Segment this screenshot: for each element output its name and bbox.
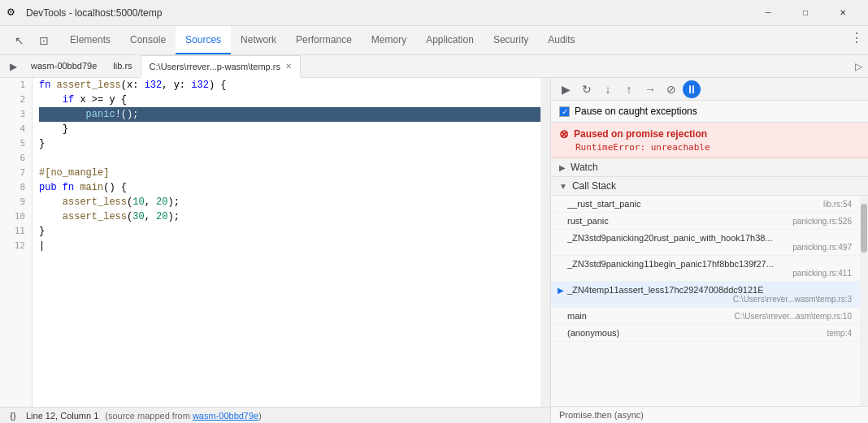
code-line-1: fn assert_less(x: i32, y: i32) {: [39, 78, 540, 93]
pause-exceptions-label: Pause on caught exceptions: [575, 106, 697, 117]
code-line-9: assert_less(10, 20);: [39, 195, 540, 209]
source-tab-temprs-label: C:\Users\rrever...p-wasm\temp.rs: [150, 62, 280, 71]
line-num-5: 5: [0, 136, 32, 151]
stack-item-2-name: _ZN3std9panicking20rust_panic_with_hook1…: [567, 233, 773, 243]
close-button[interactable]: ✕: [824, 0, 861, 26]
stack-item-3-name: _ZN3std9panicking11begin_panic17hf8bbc13…: [567, 259, 774, 269]
code-line-2: if x >= y {: [39, 93, 540, 107]
error-banner: ⊗ Paused on promise rejection RuntimeErr…: [551, 123, 868, 158]
line-num-1: 1: [0, 78, 32, 93]
code-line-10: assert_less(30, 20);: [39, 209, 540, 224]
tab-audits[interactable]: Audits: [538, 26, 584, 54]
step-button[interactable]: →: [640, 80, 660, 98]
right-scroll-thumb[interactable]: [861, 204, 867, 253]
stack-item-5[interactable]: main C:\Users\rrever...asm\temp.rs:10: [551, 308, 860, 325]
line-num-4: 4: [0, 122, 32, 136]
stack-item-5-name: main: [567, 311, 587, 321]
tab-elements[interactable]: Elements: [60, 26, 120, 54]
main-area: 1 2 3 4 5 6 7 8 9 10 11 12 fn assert_les…: [0, 78, 868, 423]
code-lines[interactable]: fn assert_less(x: i32, y: i32) { if x >=…: [33, 78, 540, 407]
line-num-11: 11: [0, 224, 32, 239]
stack-item-3[interactable]: _ZN3std9panicking11begin_panic17hf8bbc13…: [551, 256, 860, 282]
error-title-row: ⊗ Paused on promise rejection: [559, 127, 860, 140]
code-editor[interactable]: 1 2 3 4 5 6 7 8 9 10 11 12 fn assert_les…: [0, 78, 550, 407]
promise-label: Promise.then (async): [559, 410, 644, 420]
source-tab-librs[interactable]: lib.rs: [105, 55, 140, 77]
code-line-4: }: [39, 122, 540, 136]
callstack-section-header[interactable]: ▼ Call Stack: [551, 177, 868, 196]
line-num-8: 8: [0, 180, 32, 195]
source-mapped-text: (source mapped from wasm-00bbd79e): [105, 411, 262, 421]
tab-sources[interactable]: Sources: [176, 26, 231, 54]
right-panel: ▶ ↻ ↓ ↑ → ⊘ ⏸ ✓ Pause on caught exceptio…: [551, 78, 868, 423]
pause-exceptions-row: ✓ Pause on caught exceptions: [551, 101, 868, 123]
tab-memory[interactable]: Memory: [362, 26, 416, 54]
stack-item-1-loc: panicking.rs:526: [792, 217, 852, 226]
tab-application[interactable]: Application: [416, 26, 484, 54]
pause-button[interactable]: ⏸: [683, 80, 701, 98]
tab-icons: ↖ ⊡: [3, 26, 60, 54]
stack-item-4[interactable]: ▶ _ZN4temp11assert_less17hc29247008ddc91…: [551, 282, 860, 308]
stack-item-6-loc: temp:4: [827, 329, 852, 338]
error-icon: ⊗: [559, 127, 569, 140]
sources-tabbar: ▶ wasm-00bbd79e lib.rs C:\Users\rrever..…: [0, 55, 868, 78]
sources-forward-icon[interactable]: ▷: [848, 55, 868, 77]
stack-item-6-name: (anonymous): [567, 328, 619, 338]
source-tab-close-icon[interactable]: ✕: [285, 62, 292, 71]
source-tab-temprs[interactable]: C:\Users\rrever...p-wasm\temp.rs ✕: [141, 55, 301, 78]
pause-exceptions-checkbox[interactable]: ✓: [559, 106, 570, 117]
code-line-11: }: [39, 224, 540, 239]
code-editor-area: 1 2 3 4 5 6 7 8 9 10 11 12 fn assert_les…: [0, 78, 551, 423]
more-tools-menu[interactable]: ⋮: [845, 26, 868, 49]
titlebar: ⚙ DevTools - localhost:5000/temp ─ □ ✕: [0, 0, 868, 26]
stack-item-6[interactable]: (anonymous) temp:4: [551, 325, 860, 342]
source-link[interactable]: wasm-00bbd79e: [193, 411, 258, 421]
tab-network[interactable]: Network: [231, 26, 286, 54]
minimize-button[interactable]: ─: [749, 0, 787, 26]
line-num-2: 2: [0, 93, 32, 107]
callstack-section-title: Call Stack: [572, 180, 616, 192]
stack-item-4-name: _ZN4temp11assert_less17hc29247008ddc9121…: [567, 285, 764, 295]
tab-security[interactable]: Security: [484, 26, 538, 54]
code-line-5: }: [39, 136, 540, 151]
debugger-content: ✓ Pause on caught exceptions ⊗ Paused on…: [551, 101, 868, 423]
right-panel-scrollbar[interactable]: [860, 196, 868, 406]
code-line-8: pub fn main() {: [39, 180, 540, 195]
status-bar: {} Line 12, Column 1 (source mapped from…: [0, 407, 550, 423]
format-icon[interactable]: {}: [7, 409, 20, 422]
source-tab-wasm[interactable]: wasm-00bbd79e: [23, 55, 105, 77]
code-line-7: #[no_mangle]: [39, 166, 540, 180]
watch-arrow-icon: ▶: [559, 163, 566, 172]
stack-item-1-name: rust_panic: [567, 216, 609, 226]
stack-item-1[interactable]: rust_panic panicking.rs:526: [551, 213, 860, 230]
stack-item-2[interactable]: _ZN3std9panicking20rust_panic_with_hook1…: [551, 230, 860, 256]
step-over-button[interactable]: ↻: [577, 80, 597, 98]
sources-back-icon[interactable]: ▶: [3, 55, 23, 77]
inspect-icon[interactable]: ↖: [8, 29, 31, 52]
code-line-3: panic!();: [39, 107, 540, 122]
maximize-button[interactable]: □: [787, 0, 824, 26]
deactivate-breakpoints-button[interactable]: ⊘: [662, 80, 681, 98]
line-num-6: 6: [0, 151, 32, 166]
watch-section-header[interactable]: ▶ Watch: [551, 158, 868, 177]
device-icon[interactable]: ⊡: [33, 29, 55, 52]
stack-item-0[interactable]: __rust_start_panic lib.rs:54: [551, 196, 860, 213]
line-num-10: 10: [0, 209, 32, 224]
code-vertical-scrollbar[interactable]: [540, 78, 550, 407]
tab-console[interactable]: Console: [120, 26, 176, 54]
code-line-6: [39, 151, 540, 166]
promise-row: Promise.then (async): [551, 406, 868, 423]
step-into-button[interactable]: ↓: [598, 80, 618, 98]
current-frame-icon: ▶: [558, 286, 564, 295]
source-tab-wasm-label: wasm-00bbd79e: [31, 61, 97, 71]
call-stack-list: __rust_start_panic lib.rs:54 rust_panic …: [551, 196, 860, 406]
line-num-3: 3: [0, 107, 32, 122]
step-out-button[interactable]: ↑: [619, 80, 639, 98]
tab-performance[interactable]: Performance: [286, 26, 362, 54]
resume-button[interactable]: ▶: [556, 80, 575, 98]
debugger-toolbar: ▶ ↻ ↓ ↑ → ⊘ ⏸: [551, 78, 868, 101]
cursor-position: Line 12, Column 1: [26, 411, 98, 421]
error-detail: RuntimeError: unreachable: [559, 142, 860, 153]
window-title: DevTools - localhost:5000/temp: [26, 7, 749, 19]
stack-item-2-loc: panicking.rs:497: [792, 243, 852, 252]
